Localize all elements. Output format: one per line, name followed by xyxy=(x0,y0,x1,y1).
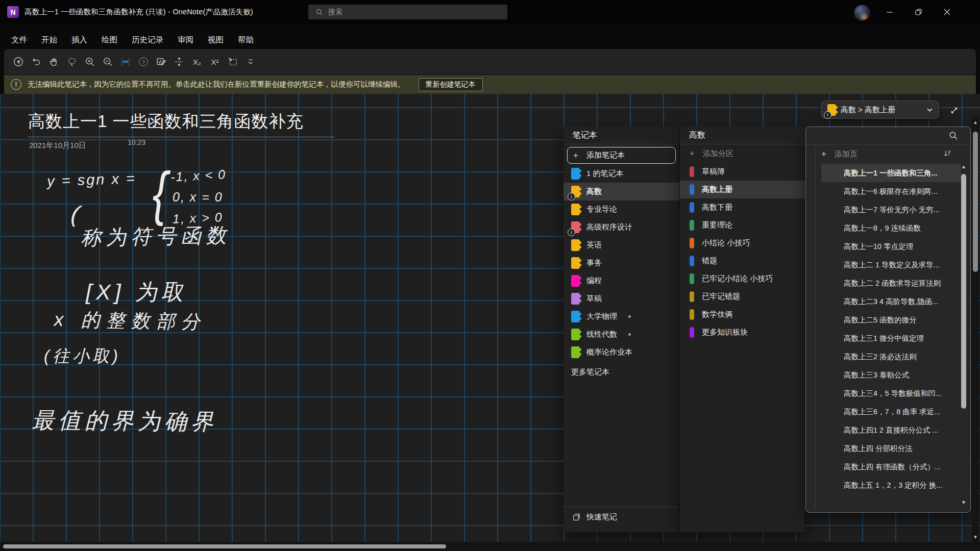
page-item[interactable]: 高数上一1 一些函数和三角... xyxy=(821,164,961,182)
section-item[interactable]: 数学伎俩 xyxy=(680,306,805,323)
notebook-item[interactable]: 编程 xyxy=(564,272,679,290)
pan-button[interactable] xyxy=(47,54,61,69)
vertical-scrollbar[interactable]: ▲ ▼ xyxy=(972,117,979,542)
lasso-select-button[interactable] xyxy=(65,54,79,69)
forward-button[interactable] xyxy=(136,54,151,69)
back-button[interactable] xyxy=(11,54,26,69)
page-item[interactable]: 高数上一10 零点定理 xyxy=(821,237,961,256)
scroll-up-icon[interactable]: ▲ xyxy=(961,164,967,169)
search-pages-icon[interactable] xyxy=(948,131,958,140)
minimize-button[interactable] xyxy=(878,0,901,24)
quick-notes-button[interactable]: 快速笔记 xyxy=(564,507,679,527)
ink-stroke: -1, x < 0 xyxy=(170,167,226,185)
menu-history[interactable]: 历史记录 xyxy=(132,35,163,45)
notebook-item[interactable]: 1 的笔记本 xyxy=(564,165,679,183)
scroll-up-icon[interactable]: ▲ xyxy=(972,119,979,125)
undo-button[interactable] xyxy=(29,54,43,69)
notebook-item[interactable]: 线性代数 xyxy=(564,325,679,343)
scroll-down-icon[interactable]: ▼ xyxy=(972,534,979,540)
page-item[interactable]: 高数上一6 极限存在准则两... xyxy=(821,182,961,201)
notebook-label: 概率论作业本 xyxy=(586,347,632,357)
notebook-breadcrumb-dropdown[interactable]: ! 高数 > 高数上册 xyxy=(821,101,939,119)
section-item[interactable]: 小结论 小技巧 xyxy=(680,234,805,252)
notebook-item[interactable]: 专业导论 xyxy=(564,201,679,218)
onenote-window: N 高数上一1 一些函数和三角函数补充 (只读) - OneNote(产品激活失… xyxy=(0,0,980,551)
user-avatar[interactable] xyxy=(854,5,870,21)
page-item[interactable]: 高数上五 1，2，3 定积分 换... xyxy=(821,476,961,494)
add-page-button[interactable]: + 添加页 xyxy=(806,145,970,163)
notebook-icon: ! xyxy=(571,186,580,197)
subscript-button[interactable]: X₂ xyxy=(190,54,204,69)
menu-review[interactable]: 审阅 xyxy=(178,35,193,45)
restore-button[interactable] xyxy=(906,0,930,24)
breadcrumb: 高数 > 高数上册 xyxy=(841,105,922,115)
page-item[interactable]: 高数上二5 函数的微分 xyxy=(821,311,961,329)
page-item[interactable]: 高数上三3 泰勒公式 xyxy=(821,366,961,384)
notebook-label: 事务 xyxy=(586,258,602,268)
scroll-down-icon[interactable]: ▼ xyxy=(961,499,967,505)
section-item[interactable]: 高数上册 xyxy=(680,181,805,198)
search-placeholder: 搜索 xyxy=(328,8,342,17)
fit-page-width-button[interactable] xyxy=(118,54,133,69)
more-notebooks-link[interactable]: 更多笔记本 xyxy=(564,361,679,377)
notebook-label: 高数 xyxy=(586,187,602,196)
menu-view[interactable]: 视图 xyxy=(208,35,224,45)
zoom-in-button[interactable] xyxy=(83,54,97,69)
section-item[interactable]: 已牢记错题 xyxy=(680,288,805,306)
page-item[interactable]: 高数上二 2 函数求导运算法则 xyxy=(821,274,961,292)
expand-panels-icon[interactable] xyxy=(947,104,961,117)
plus-icon: + xyxy=(690,148,695,159)
add-section-button[interactable]: + 添加分区 xyxy=(680,144,805,163)
menu-draw[interactable]: 绘图 xyxy=(102,35,117,45)
notebook-warning-bar[interactable]: ! 无法编辑此笔记本，因为它的位置不再可用。单击此处让我们在新位置重新创建你的笔… xyxy=(4,75,976,94)
page-item[interactable]: 高数上一7 等价无穷小 无穷... xyxy=(821,201,961,219)
notebook-icon xyxy=(571,329,580,340)
pages-scrollbar-thumb[interactable] xyxy=(961,174,966,409)
section-item[interactable]: 草稿簿 xyxy=(680,163,805,181)
page-item[interactable]: 高数上三6，7，8 曲率 求近... xyxy=(821,403,961,421)
search-input[interactable]: 搜索 xyxy=(308,5,507,19)
ink-to-math-button[interactable] xyxy=(154,54,168,69)
zoom-out-button[interactable] xyxy=(101,54,115,69)
section-item[interactable]: 更多知识板块 xyxy=(680,323,805,341)
notebook-item[interactable]: !高数 xyxy=(564,183,679,201)
page-item[interactable]: 高数上一8，9 连续函数 xyxy=(821,219,961,237)
page-item[interactable]: 高数上三1 微分中值定理 xyxy=(821,329,961,347)
page-item[interactable]: 高数上二3 4 高阶导数,隐函... xyxy=(821,292,961,311)
notebook-item[interactable]: 草稿 xyxy=(564,290,679,308)
menu-file[interactable]: 文件 xyxy=(11,35,27,45)
page-item[interactable]: 高数上四1 2 直接积分公式 ... xyxy=(821,421,961,439)
horizontal-scrollbar-thumb[interactable] xyxy=(3,544,446,548)
more-tools-button[interactable] xyxy=(243,54,258,69)
page-item[interactable]: 高数上四 有理函数（分式）... xyxy=(821,458,961,476)
notebook-item[interactable]: 概率论作业本 xyxy=(564,343,679,361)
page-item[interactable]: 高数上四 分部积分法 xyxy=(821,439,961,458)
page-title[interactable]: 高数上一1 一些函数和三角函数补充 xyxy=(28,110,304,133)
add-notebook-button[interactable]: + 添加笔记本 xyxy=(567,147,676,164)
section-item[interactable]: 重要理论 xyxy=(680,216,805,234)
pages-scrollbar[interactable]: ▲ ▼ xyxy=(961,164,967,505)
insert-space-button[interactable] xyxy=(172,54,186,69)
notebook-item[interactable]: 大学物理 xyxy=(564,308,679,325)
section-color-tab xyxy=(690,184,694,195)
page-item[interactable]: 高数上三4，5 导数极值和凹... xyxy=(821,384,961,403)
menu-help[interactable]: 帮助 xyxy=(238,35,254,45)
section-item[interactable]: 已牢记小结论 小技巧 xyxy=(680,270,805,288)
notebook-item[interactable]: 事务 xyxy=(564,254,679,272)
screen-clipping-button[interactable] xyxy=(226,54,240,69)
section-item[interactable]: 高数下册 xyxy=(680,198,805,216)
notebook-item[interactable]: 英语 xyxy=(564,236,679,254)
menu-home[interactable]: 开始 xyxy=(41,35,57,45)
menu-insert[interactable]: 插入 xyxy=(71,35,87,45)
section-item[interactable]: 错题 xyxy=(680,252,805,270)
section-label: 更多知识板块 xyxy=(702,328,748,337)
page-item[interactable]: 高数上三2 洛必达法则 xyxy=(821,347,961,366)
notebook-item[interactable]: !高级程序设计 xyxy=(564,218,679,236)
sort-pages-icon[interactable] xyxy=(943,149,952,158)
close-button[interactable] xyxy=(935,0,959,24)
superscript-button[interactable]: X² xyxy=(208,54,222,69)
vertical-scrollbar-thumb[interactable] xyxy=(973,132,978,272)
page-item[interactable]: 高数上二 1 导数定义及求导... xyxy=(821,256,961,274)
recreate-notebook-button[interactable]: 重新创建笔记本 xyxy=(419,78,483,91)
horizontal-scrollbar[interactable] xyxy=(0,542,980,551)
